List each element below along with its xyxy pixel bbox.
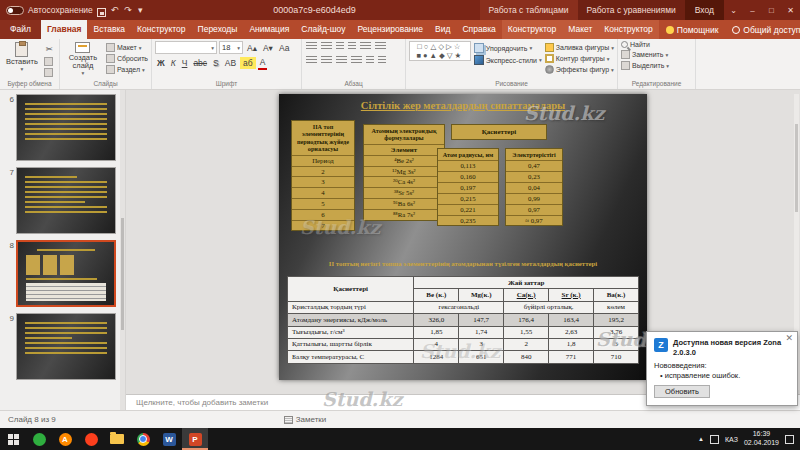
slide-9-thumbnail[interactable] [16,313,116,380]
font-group-label: Шрифт [155,79,298,89]
tab-review[interactable]: Рецензирование [351,20,429,39]
close-button[interactable]: ✕ [781,0,800,20]
atom-radius-box[interactable]: Атом радиусы, нм 0,113 0,160 0,197 0,215… [437,148,499,226]
redo-icon[interactable]: ↷ [123,0,133,20]
tab-table-layout[interactable]: Макет [562,20,598,39]
bullets-icon[interactable] [306,42,317,50]
tray-app-icon[interactable] [710,435,719,444]
indent-decrease-icon[interactable] [336,42,344,50]
close-icon[interactable]: ✕ [785,333,793,343]
tab-file[interactable]: Файл [0,20,41,39]
share-button[interactable]: Общий доступ [725,20,800,39]
copy-button[interactable] [44,57,53,66]
taskbar-app-green[interactable] [26,428,52,450]
start-button[interactable] [0,428,26,450]
underline-button[interactable]: Ч [180,57,190,69]
layout-button[interactable]: Макет▾ [106,43,148,52]
taskbar-file-explorer[interactable] [104,428,130,450]
save-icon[interactable] [97,8,106,17]
taskbar-app-amigo[interactable]: A [52,428,78,450]
cell: 651 [459,351,504,363]
taskbar-app-powerpoint-active[interactable]: P [182,428,208,450]
tab-help[interactable]: Справка [456,20,501,39]
find-button[interactable]: Найти [621,41,650,48]
sign-in-button[interactable]: Вход [685,0,724,20]
shapes-gallery[interactable]: □○△◇▷☆ ■●▲◆▽★ [409,41,471,61]
properties-header-box[interactable]: Қасиеттері [451,124,547,140]
align-right-icon[interactable] [336,56,347,64]
tab-table-design[interactable]: Конструктор [502,20,562,39]
shape-outline-button[interactable]: Контур фигуры▾ [545,54,614,63]
maximize-button[interactable]: □ [762,0,781,20]
language-indicator[interactable]: КАЗ [725,436,738,443]
text-direction-icon[interactable] [375,42,386,50]
format-painter-button[interactable] [44,68,53,77]
formula-box[interactable]: Атомның электрондық формулалары Элемент … [363,124,445,221]
shape-effects-button[interactable]: Эффекты фигур▾ [545,65,614,74]
hidden-icons-arrow[interactable]: ▲ [698,436,704,442]
assistant-button[interactable]: Помощник [659,20,726,39]
align-center-icon[interactable] [321,56,332,64]
italic-button[interactable]: К [169,57,178,69]
smartart-convert-icon[interactable] [378,56,386,64]
tab-slideshow[interactable]: Слайд-шоу [295,20,351,39]
undo-icon[interactable]: ↶ [110,0,120,20]
tab-insert[interactable]: Вставка [87,20,131,39]
tab-equation-design[interactable]: Конструктор [598,20,658,39]
slide-canvas[interactable]: Сілтілік жер металдардың сипаттамалары І… [279,94,647,380]
reset-button[interactable]: Сбросить [106,54,148,63]
strikethrough-button[interactable]: abc [191,57,209,69]
drawing-group: □○△◇▷☆ ■●▲◆▽★ Упорядочить▾ Экспресс-стил… [406,39,618,89]
taskbar-app-word[interactable]: W [156,428,182,450]
select-button[interactable]: Выделить▾ [621,61,669,70]
minimize-button[interactable]: – [743,0,762,20]
new-slide-button[interactable]: Создать слайд ▾ [63,41,103,78]
electronegativity-box[interactable]: Электртерістігі 0,47 0,23 0,04 0,99 0,97… [505,148,563,226]
period-box[interactable]: ІІА топ элементтерінің периодтық жүйеде … [291,120,355,231]
slide-8-thumbnail-selected[interactable] [16,240,116,307]
line-spacing-icon[interactable] [360,42,371,50]
metal-properties-table[interactable]: Қасиеттері Жай заттар Be (к.) Mg(к.) Ca(… [287,276,639,364]
font-name-combo[interactable]: ▾ [155,41,217,54]
tab-design[interactable]: Конструктор [131,20,191,39]
tab-transitions[interactable]: Переходы [192,20,244,39]
update-button[interactable]: Обновить [654,385,710,398]
text-shadow-button[interactable]: S [211,57,221,69]
slide-7-thumbnail[interactable] [16,167,116,234]
tab-animations[interactable]: Анимация [243,20,295,39]
columns-icon[interactable] [366,56,374,64]
clear-formatting-icon[interactable]: Аа [277,42,292,54]
character-spacing-icon[interactable]: АВ [223,57,238,69]
thumbnail-scrollbar[interactable] [120,90,125,410]
taskbar-app-yandex[interactable] [78,428,104,450]
ribbon-display-options-icon[interactable]: ⌄ [724,0,743,20]
replace-button[interactable]: Заменить▾ [621,50,668,59]
cut-button[interactable]: ✂ [44,43,55,55]
clock[interactable]: 16:39 02.04.2019 [744,430,779,448]
align-left-icon[interactable] [306,56,317,64]
taskbar-app-chrome[interactable] [130,428,156,450]
quick-styles-button[interactable]: Экспресс-стили▾ [474,55,542,65]
numbering-icon[interactable] [321,42,332,50]
bold-button[interactable]: Ж [155,57,167,69]
arrange-button[interactable]: Упорядочить▾ [474,43,542,53]
font-size-combo[interactable]: 18▾ [219,41,243,54]
qat-customize-icon[interactable]: ▾ [137,0,144,20]
shape-fill-button[interactable]: Заливка фигуры▾ [545,43,614,52]
autosave-toggle[interactable] [6,6,24,15]
slide-6-thumbnail[interactable] [16,94,116,161]
action-center-icon[interactable] [785,435,794,444]
decrease-font-icon[interactable]: А▾ [261,42,275,54]
highlight-color-button[interactable]: аб [240,57,256,69]
notes-toggle-button[interactable]: Заметки [284,415,327,424]
font-color-button[interactable]: А [258,56,268,70]
contextual-group-table-tools: Работа с таблицами [480,0,578,20]
tab-view[interactable]: Вид [429,20,456,39]
tab-home[interactable]: Главная [41,20,88,39]
paste-button[interactable]: Вставить ▾ [3,41,41,74]
justify-icon[interactable] [351,56,362,64]
section-button[interactable]: Раздел▾ [106,65,148,74]
indent-increase-icon[interactable] [348,42,356,50]
increase-font-icon[interactable]: А▴ [245,42,259,54]
slide-number: 6 [2,94,14,161]
